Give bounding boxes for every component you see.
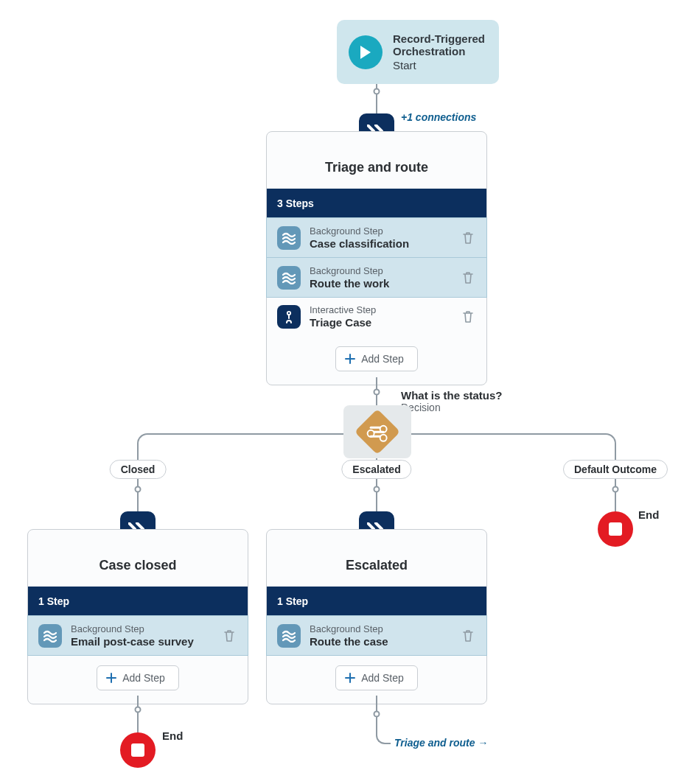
flow-icon bbox=[277, 226, 301, 250]
flow-icon bbox=[277, 624, 301, 648]
extra-connections-label[interactable]: +1 connections bbox=[401, 111, 476, 123]
add-step-button[interactable]: Add Step bbox=[97, 665, 179, 690]
step-case-classification[interactable]: Background Step Case classification bbox=[266, 217, 487, 258]
stage-title: Escalated bbox=[267, 530, 486, 587]
touch-icon bbox=[277, 305, 301, 329]
delete-step-button[interactable] bbox=[460, 229, 476, 247]
decision-type-label: Decision bbox=[401, 402, 503, 413]
stage-title: Triage and route bbox=[267, 132, 486, 189]
connector-dot[interactable] bbox=[374, 88, 380, 95]
delete-step-button[interactable] bbox=[460, 627, 476, 645]
step-route-the-work[interactable]: Background Step Route the work bbox=[266, 257, 487, 298]
end-label: End bbox=[162, 729, 183, 742]
stage-triage-and-route[interactable]: Triage and route 3 Steps Background Step… bbox=[266, 131, 487, 385]
connector-dot[interactable] bbox=[135, 707, 142, 713]
end-node[interactable] bbox=[120, 732, 156, 768]
loopback-link[interactable]: Triage and route → bbox=[394, 737, 488, 749]
step-email-post-case-survey[interactable]: Background Step Email post-case survey bbox=[27, 615, 248, 656]
add-step-button[interactable]: Add Step bbox=[335, 346, 418, 371]
stage-steps-count: 3 Steps bbox=[267, 189, 486, 218]
decision-node[interactable] bbox=[343, 405, 411, 458]
flow-icon bbox=[38, 624, 62, 648]
add-step-button[interactable]: Add Step bbox=[335, 665, 418, 690]
delete-step-button[interactable] bbox=[460, 308, 476, 326]
play-icon bbox=[349, 35, 383, 69]
step-route-the-case[interactable]: Background Step Route the case bbox=[266, 615, 487, 656]
connector-dot[interactable] bbox=[374, 389, 380, 396]
outcome-default[interactable]: Default Outcome bbox=[563, 460, 668, 479]
connector-dot[interactable] bbox=[135, 486, 142, 493]
delete-step-button[interactable] bbox=[460, 269, 476, 287]
connector-dot[interactable] bbox=[374, 711, 380, 718]
end-node[interactable] bbox=[598, 511, 633, 547]
stage-steps-count: 1 Step bbox=[267, 587, 486, 616]
step-triage-case[interactable]: Interactive Step Triage Case bbox=[267, 297, 486, 336]
delete-step-button[interactable] bbox=[221, 627, 237, 645]
end-label: End bbox=[638, 508, 659, 521]
stage-title: Case closed bbox=[28, 530, 248, 587]
connector-dot[interactable] bbox=[374, 486, 380, 493]
start-text: Record-Triggered Orchestration Start bbox=[393, 32, 485, 72]
stage-steps-count: 1 Step bbox=[28, 587, 248, 616]
flow-icon bbox=[277, 266, 301, 290]
stage-escalated[interactable]: Escalated 1 Step Background Step Route t… bbox=[266, 529, 487, 704]
outcome-escalated[interactable]: Escalated bbox=[341, 460, 411, 479]
stage-case-closed[interactable]: Case closed 1 Step Background Step Email… bbox=[27, 529, 248, 704]
connector-dot[interactable] bbox=[612, 486, 619, 493]
outcome-closed[interactable]: Closed bbox=[110, 460, 167, 479]
decision-question: What is the status? bbox=[401, 389, 503, 402]
start-node[interactable]: Record-Triggered Orchestration Start bbox=[337, 20, 499, 84]
